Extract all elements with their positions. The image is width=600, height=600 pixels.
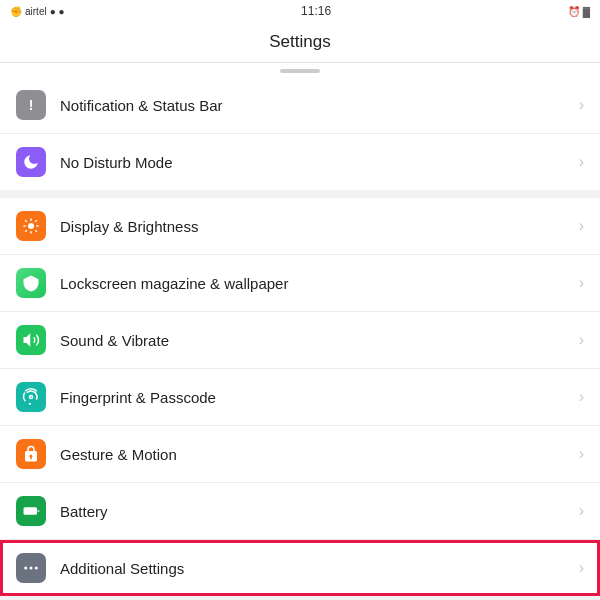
scroll-indicator [0,63,600,77]
scroll-bar-handle [280,69,320,73]
sound-vibrate-label: Sound & Vibrate [60,332,575,349]
battery-label: Battery [60,503,575,520]
lockscreen-wallpaper-label: Lockscreen magazine & wallpaper [60,275,575,292]
svg-marker-9 [24,333,31,347]
sidebar-item-additional-settings[interactable]: Additional Settings › [0,540,600,596]
lockscreen-wallpaper-icon [16,268,46,298]
gesture-motion-label: Gesture & Motion [60,446,575,463]
chevron-icon: › [579,388,584,406]
notification-status-bar-icon: ! [16,90,46,120]
sound-vibrate-icon [16,325,46,355]
fingerprint-passcode-label: Fingerprint & Passcode [60,389,575,406]
fingerprint-svg [22,388,40,406]
svg-line-7 [25,230,27,232]
additional-settings-label: Additional Settings [60,560,575,577]
fingerprint-passcode-icon [16,382,46,412]
sidebar-item-no-disturb-mode[interactable]: No Disturb Mode › [0,134,600,190]
section-display: Display & Brightness › Lockscreen magazi… [0,198,600,596]
sidebar-item-notification-status-bar[interactable]: ! Notification & Status Bar › [0,77,600,134]
signal-bars: ✊ [10,6,22,17]
chevron-icon: › [579,331,584,349]
chevron-icon: › [579,217,584,235]
data-icons: ● ● [50,6,65,17]
chevron-icon: › [579,96,584,114]
svg-line-3 [25,220,27,222]
sidebar-item-battery[interactable]: Battery › [0,483,600,540]
carrier-text: airtel [25,6,47,17]
notification-status-bar-label: Notification & Status Bar [60,97,575,114]
svg-point-15 [35,567,38,570]
status-time: 11:16 [301,4,331,18]
svg-point-13 [24,567,27,570]
moon-svg [22,153,40,171]
gesture-svg [22,445,40,463]
status-right-icons: ⏰ ▓ [568,6,590,17]
sidebar-item-sound-vibrate[interactable]: Sound & Vibrate › [0,312,600,369]
svg-line-4 [35,230,37,232]
chevron-icon: › [579,559,584,577]
no-disturb-mode-label: No Disturb Mode [60,154,575,171]
lockscreen-svg [22,274,40,292]
sidebar-item-display-brightness[interactable]: Display & Brightness › [0,198,600,255]
battery-svg [22,502,40,520]
no-disturb-mode-icon [16,147,46,177]
section-notifications: ! Notification & Status Bar › No Disturb… [0,77,600,190]
alarm-icon: ⏰ [568,6,580,17]
gesture-motion-icon [16,439,46,469]
sidebar-item-lockscreen-wallpaper[interactable]: Lockscreen magazine & wallpaper › [0,255,600,312]
page-title: Settings [0,22,600,63]
additional-settings-icon [16,553,46,583]
battery-icon: ▓ [583,6,590,17]
battery-icon [16,496,46,526]
sidebar-item-fingerprint-passcode[interactable]: Fingerprint & Passcode › [0,369,600,426]
dots-svg [22,559,40,577]
display-brightness-icon [16,211,46,241]
status-bar: ✊ airtel ● ● 11:16 ⏰ ▓ [0,0,600,22]
sound-svg [22,331,40,349]
chevron-icon: › [579,502,584,520]
display-brightness-label: Display & Brightness [60,218,575,235]
svg-point-0 [28,223,34,229]
status-carrier: ✊ airtel ● ● [10,6,65,17]
svg-rect-12 [25,509,33,514]
chevron-icon: › [579,445,584,463]
chevron-icon: › [579,274,584,292]
svg-point-14 [30,567,33,570]
svg-line-8 [35,220,37,222]
chevron-icon: › [579,153,584,171]
sun-svg [22,217,40,235]
sidebar-item-gesture-motion[interactable]: Gesture & Motion › [0,426,600,483]
